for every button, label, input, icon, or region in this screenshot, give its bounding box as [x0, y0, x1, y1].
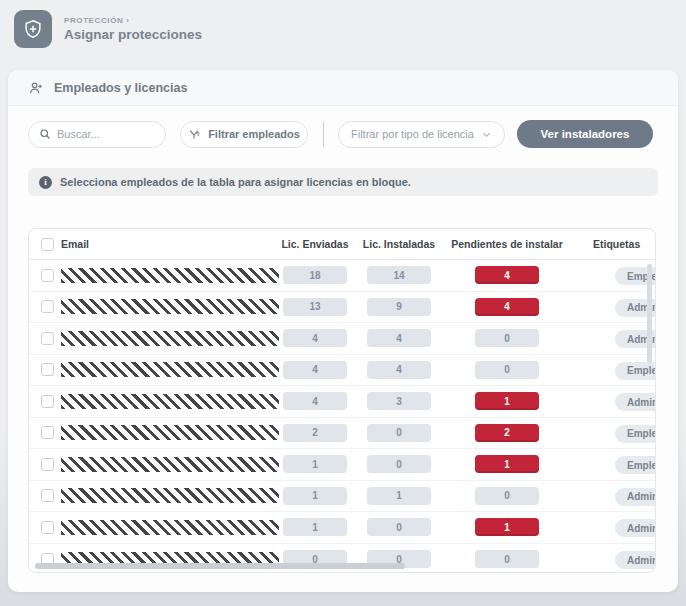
sent-badge: 1: [283, 487, 347, 505]
column-header-pending: Pendientes de instalar: [449, 238, 565, 250]
column-header-email: Email: [61, 238, 281, 250]
installed-badge: 3: [367, 392, 431, 410]
installed-badge: 0: [367, 518, 431, 536]
tag-badge: Administra: [615, 519, 655, 537]
search-icon: [39, 128, 51, 140]
tag-badge: Empleado: [615, 425, 655, 443]
table-row[interactable]: 1 0 1 Empleado: [29, 449, 655, 481]
email-redacted: [61, 488, 279, 503]
pending-badge: 0: [475, 550, 539, 568]
column-header-installed: Lic. Instaladas: [349, 238, 449, 250]
email-redacted: [61, 394, 279, 409]
sent-badge: 2: [283, 424, 347, 442]
installed-badge: 0: [367, 424, 431, 442]
filter-icon: [188, 128, 201, 141]
table-row[interactable]: 4 4 0 Administra: [29, 323, 655, 355]
email-redacted: [61, 520, 279, 535]
horizontal-scrollbar[interactable]: [35, 563, 405, 569]
breadcrumb[interactable]: PROTECCIÓN ›: [64, 16, 202, 25]
shield-plus-icon: [14, 10, 52, 48]
email-redacted: [61, 299, 279, 314]
view-installers-button[interactable]: Ver instaladores: [517, 120, 653, 148]
pending-badge: 1: [475, 455, 539, 473]
sent-badge: 4: [283, 361, 347, 379]
row-checkbox[interactable]: [41, 458, 54, 471]
tag-badge: Administra: [615, 551, 655, 569]
row-checkbox[interactable]: [41, 426, 54, 439]
toolbar-divider: [323, 122, 324, 147]
sent-badge: 1: [283, 455, 347, 473]
chevron-down-icon: [481, 129, 492, 140]
license-type-select[interactable]: Filtrar por tipo de licencia: [338, 121, 505, 148]
tag-badge: Empleado: [615, 456, 655, 474]
select-all-checkbox[interactable]: [41, 238, 54, 251]
row-checkbox[interactable]: [41, 332, 54, 345]
table-row[interactable]: 1 1 0 Administra: [29, 481, 655, 513]
info-banner-text: Selecciona empleados de la tabla para as…: [60, 176, 411, 188]
sent-badge: 13: [283, 298, 347, 316]
email-redacted: [61, 331, 279, 346]
installed-badge: 1: [367, 487, 431, 505]
pending-badge: 4: [475, 266, 539, 284]
employees-table: Email Lic. Enviadas Lic. Instaladas Pend…: [28, 228, 656, 573]
installed-badge: 0: [367, 455, 431, 473]
column-header-sent: Lic. Enviadas: [281, 238, 349, 250]
section-header: Empleados y licencias: [8, 70, 678, 106]
tag-badge: Administra: [615, 488, 655, 506]
row-checkbox[interactable]: [41, 300, 54, 313]
info-banner: i Selecciona empleados de la tabla para …: [28, 168, 658, 196]
table-header-row: Email Lic. Enviadas Lic. Instaladas Pend…: [29, 229, 655, 260]
employees-licenses-panel: Empleados y licencias Filtrar empleados …: [8, 70, 678, 592]
toolbar: Filtrar empleados Filtrar por tipo de li…: [28, 120, 658, 148]
row-checkbox[interactable]: [41, 521, 54, 534]
email-redacted: [61, 362, 279, 377]
tag-badge: Administra: [615, 393, 655, 411]
email-redacted: [61, 457, 279, 472]
sent-badge: 18: [283, 266, 347, 284]
sent-badge: 4: [283, 329, 347, 347]
search-input[interactable]: [57, 128, 155, 140]
table-row[interactable]: 2 0 2 Empleado: [29, 418, 655, 450]
email-redacted: [61, 425, 279, 440]
pending-badge: 1: [475, 518, 539, 536]
table-row[interactable]: 4 4 0 Empleado: [29, 355, 655, 387]
table-body: 18 14 4 Empleado 13 9 4 Administra 4 4 0…: [29, 260, 655, 573]
pending-badge: 1: [475, 392, 539, 410]
vertical-scrollbar[interactable]: [647, 264, 652, 363]
person-add-icon: [28, 80, 44, 96]
sent-badge: 4: [283, 392, 347, 410]
search-box[interactable]: [28, 121, 166, 148]
row-checkbox[interactable]: [41, 269, 54, 282]
pending-badge: 4: [475, 298, 539, 316]
installed-badge: 4: [367, 329, 431, 347]
filter-employees-label: Filtrar empleados: [208, 128, 300, 140]
pending-badge: 0: [475, 361, 539, 379]
pending-badge: 0: [475, 487, 539, 505]
row-checkbox[interactable]: [41, 489, 54, 502]
table-row[interactable]: 4 3 1 Administra: [29, 386, 655, 418]
column-header-tags: Etiquetas: [565, 238, 655, 250]
installed-badge: 14: [367, 266, 431, 284]
sent-badge: 1: [283, 518, 347, 536]
pending-badge: 0: [475, 329, 539, 347]
table-row[interactable]: 18 14 4 Empleado: [29, 260, 655, 292]
table-row[interactable]: 13 9 4 Administra: [29, 292, 655, 324]
filter-employees-button[interactable]: Filtrar empleados: [180, 121, 308, 148]
installed-badge: 4: [367, 361, 431, 379]
table-row[interactable]: 1 0 1 Administra: [29, 512, 655, 544]
license-type-placeholder: Filtrar por tipo de licencia: [351, 128, 474, 140]
pending-badge: 2: [475, 424, 539, 442]
row-checkbox[interactable]: [41, 363, 54, 376]
page-header: PROTECCIÓN › Asignar protecciones: [14, 10, 202, 48]
section-title: Empleados y licencias: [54, 81, 187, 95]
row-checkbox[interactable]: [41, 395, 54, 408]
tag-badge: Empleado: [615, 362, 655, 380]
page-title: Asignar protecciones: [64, 27, 202, 42]
email-redacted: [61, 268, 279, 283]
info-icon: i: [39, 176, 52, 189]
installed-badge: 9: [367, 298, 431, 316]
